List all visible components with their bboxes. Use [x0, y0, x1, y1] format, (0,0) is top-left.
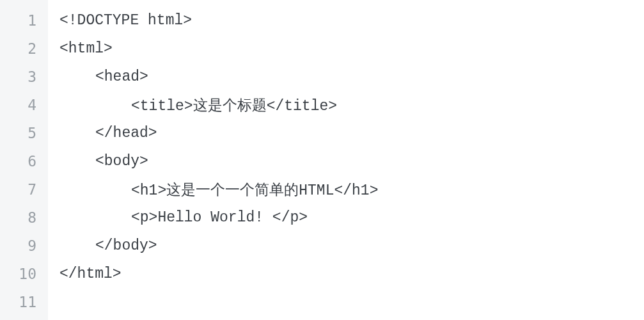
code-line-11[interactable]	[59, 288, 644, 316]
code-line-2[interactable]: <html>	[59, 35, 644, 63]
line-number: 6	[6, 147, 36, 175]
line-number: 5	[6, 119, 36, 147]
code-line-3[interactable]: <head>	[59, 63, 644, 91]
tag-close: </title>	[267, 98, 337, 115]
code-line-10[interactable]: </html>	[59, 260, 644, 288]
line-number: 10	[6, 260, 36, 288]
code-content[interactable]: <!DOCTYPE html> <html> <head> <title>这是个…	[48, 0, 644, 320]
code-line-5[interactable]: </head>	[59, 119, 644, 147]
code-line-6[interactable]: <body>	[59, 147, 644, 175]
line-number: 8	[6, 204, 36, 232]
line-number: 2	[6, 35, 36, 63]
code-line-7[interactable]: <h1>这是一个一个简单的HTML</h1>	[59, 175, 644, 204]
tag-open: <h1>	[131, 182, 166, 199]
code-line-9[interactable]: </body>	[59, 232, 644, 260]
line-number: 9	[6, 232, 36, 260]
line-number-gutter: 1 2 3 4 5 6 7 8 9 10 11	[0, 0, 48, 320]
code-line-1[interactable]: <!DOCTYPE html>	[59, 6, 644, 35]
code-editor: 1 2 3 4 5 6 7 8 9 10 11 <!DOCTYPE html> …	[0, 0, 644, 320]
line-number: 3	[6, 63, 36, 91]
code-line-4[interactable]: <title>这是个标题</title>	[59, 91, 644, 119]
line-number: 1	[6, 6, 36, 35]
cjk-text: 这是一个一个简单的	[166, 181, 299, 198]
tag-close: </h1>	[334, 182, 378, 199]
cjk-text: 这是个标题	[193, 97, 267, 113]
line-number: 4	[6, 91, 36, 119]
line-number: 7	[6, 175, 36, 204]
text-mid: HTML	[299, 182, 334, 199]
tag-open: <title>	[131, 98, 193, 115]
code-line-8[interactable]: <p>Hello World! </p>	[59, 204, 644, 232]
line-number: 11	[6, 288, 36, 316]
